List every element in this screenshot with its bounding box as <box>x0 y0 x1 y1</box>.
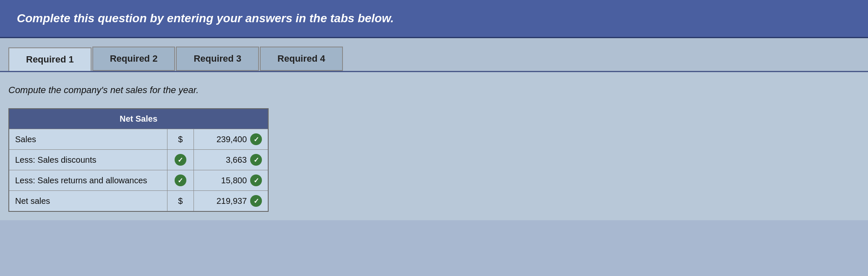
value-cell-3[interactable]: 219,937✓ <box>193 191 268 212</box>
row-label-2: Less: Sales returns and allowances <box>9 170 167 191</box>
tabs-row: Required 1Required 2Required 3Required 4 <box>8 47 860 71</box>
tab-required1[interactable]: Required 1 <box>8 47 92 71</box>
dollar-cell-3: $ <box>167 191 193 212</box>
dollar-cell-0: $ <box>167 129 193 150</box>
content-area: Compute the company's net sales for the … <box>0 72 868 220</box>
top-banner: Complete this question by entering your … <box>0 0 868 38</box>
row-label-3: Net sales <box>9 191 167 212</box>
value-text-3: 219,937 <box>217 196 247 206</box>
value-cell-1[interactable]: 3,663✓ <box>193 150 268 170</box>
table-row: Less: Sales returns and allowances✓15,80… <box>9 170 268 191</box>
instruction-text: Compute the company's net sales for the … <box>8 81 860 100</box>
row-label-1: Less: Sales discounts <box>9 150 167 170</box>
right-check-icon-0: ✓ <box>250 133 262 145</box>
table-row: Net sales$219,937✓ <box>9 191 268 212</box>
right-check-icon-2: ✓ <box>250 174 262 186</box>
value-text-0: 239,400 <box>217 135 247 144</box>
value-cell-2[interactable]: 15,800✓ <box>193 170 268 191</box>
row-label-0: Sales <box>9 129 167 150</box>
table-header: Net Sales <box>9 109 268 129</box>
left-check-icon-1: ✓ <box>175 154 186 166</box>
value-text-2: 15,800 <box>221 176 247 185</box>
table-row: Sales$239,400✓ <box>9 129 268 150</box>
value-text-1: 3,663 <box>226 155 247 165</box>
right-check-icon-1: ✓ <box>250 154 262 166</box>
right-check-icon-3: ✓ <box>250 195 262 207</box>
left-check-cell-2[interactable]: ✓ <box>167 170 193 191</box>
table-row: Less: Sales discounts✓3,663✓ <box>9 150 268 170</box>
tab-required2[interactable]: Required 2 <box>92 47 175 71</box>
value-cell-0[interactable]: 239,400✓ <box>193 129 268 150</box>
left-check-cell-1[interactable]: ✓ <box>167 150 193 170</box>
banner-text: Complete this question by entering your … <box>17 12 394 25</box>
tabs-area: Required 1Required 2Required 3Required 4 <box>0 38 868 72</box>
tab-required4[interactable]: Required 4 <box>260 47 343 71</box>
net-sales-table: Net Sales Sales$239,400✓Less: Sales disc… <box>8 108 269 212</box>
main-content: Required 1Required 2Required 3Required 4… <box>0 38 868 220</box>
tab-required3[interactable]: Required 3 <box>176 47 259 71</box>
left-check-icon-2: ✓ <box>175 174 186 186</box>
